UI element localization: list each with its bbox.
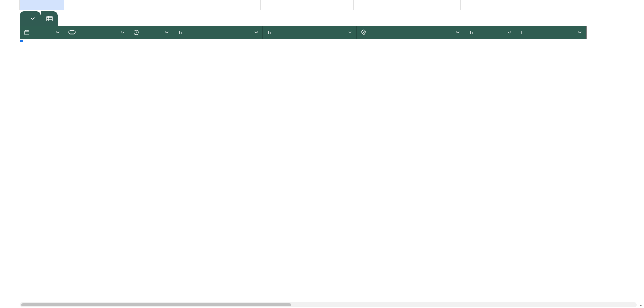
chevron-down-icon[interactable] bbox=[348, 30, 352, 35]
chevron-down-icon[interactable] bbox=[507, 30, 512, 35]
column-headers-row bbox=[0, 0, 644, 10]
svg-text:T: T bbox=[523, 31, 525, 35]
col-header-E[interactable] bbox=[261, 0, 354, 10]
row-headers bbox=[0, 10, 20, 308]
scroll-right-arrow-icon[interactable]: ▸ bbox=[638, 302, 643, 307]
header-address[interactable] bbox=[357, 26, 464, 39]
svg-text:T: T bbox=[181, 31, 183, 35]
chevron-down-icon[interactable] bbox=[254, 30, 258, 35]
calendar-icon bbox=[24, 29, 30, 35]
header-date[interactable] bbox=[20, 26, 64, 39]
chip-icon bbox=[68, 30, 76, 35]
chevron-down-icon[interactable] bbox=[120, 30, 125, 35]
chevron-down-icon[interactable] bbox=[578, 30, 582, 35]
spreadsheet-container: TT TT TT bbox=[0, 0, 644, 308]
header-price[interactable]: TT bbox=[464, 26, 516, 39]
svg-text:T: T bbox=[472, 31, 474, 35]
col-header-C[interactable] bbox=[128, 0, 172, 10]
table-header-row: TT TT TT bbox=[20, 26, 644, 39]
col-header-D[interactable] bbox=[172, 0, 261, 10]
col-header-B[interactable] bbox=[64, 0, 128, 10]
empty-header-cell[interactable] bbox=[587, 26, 644, 39]
horizontal-scrollbar[interactable] bbox=[20, 302, 637, 307]
header-day[interactable] bbox=[64, 26, 129, 39]
col-header-I[interactable] bbox=[582, 0, 644, 10]
scrollbar-thumb[interactable] bbox=[21, 303, 291, 306]
col-header-G[interactable] bbox=[461, 0, 512, 10]
svg-rect-8 bbox=[69, 31, 75, 34]
grid-body: TT TT TT bbox=[0, 10, 644, 308]
col-header-F[interactable] bbox=[354, 0, 461, 10]
text-icon: TT bbox=[469, 29, 475, 35]
col-header-H[interactable] bbox=[512, 0, 582, 10]
header-notes[interactable]: TT bbox=[516, 26, 587, 39]
svg-text:T: T bbox=[270, 31, 272, 35]
cells-area: TT TT TT bbox=[20, 10, 644, 308]
select-all-corner[interactable] bbox=[0, 0, 20, 10]
selection-fill-handle[interactable] bbox=[20, 39, 23, 42]
text-icon: TT bbox=[520, 29, 526, 35]
chevron-down-icon[interactable] bbox=[165, 30, 169, 35]
header-time[interactable] bbox=[129, 26, 173, 39]
location-icon bbox=[361, 29, 367, 35]
col-header-A[interactable] bbox=[20, 0, 64, 10]
header-description[interactable]: TT bbox=[263, 26, 357, 39]
svg-rect-4 bbox=[25, 30, 29, 34]
svg-point-14 bbox=[363, 31, 364, 32]
header-activity[interactable]: TT bbox=[173, 26, 263, 39]
clock-icon bbox=[133, 29, 139, 35]
chevron-down-icon[interactable] bbox=[456, 30, 460, 35]
text-icon: TT bbox=[267, 29, 273, 35]
text-icon: TT bbox=[178, 29, 184, 35]
chevron-down-icon[interactable] bbox=[56, 30, 60, 35]
